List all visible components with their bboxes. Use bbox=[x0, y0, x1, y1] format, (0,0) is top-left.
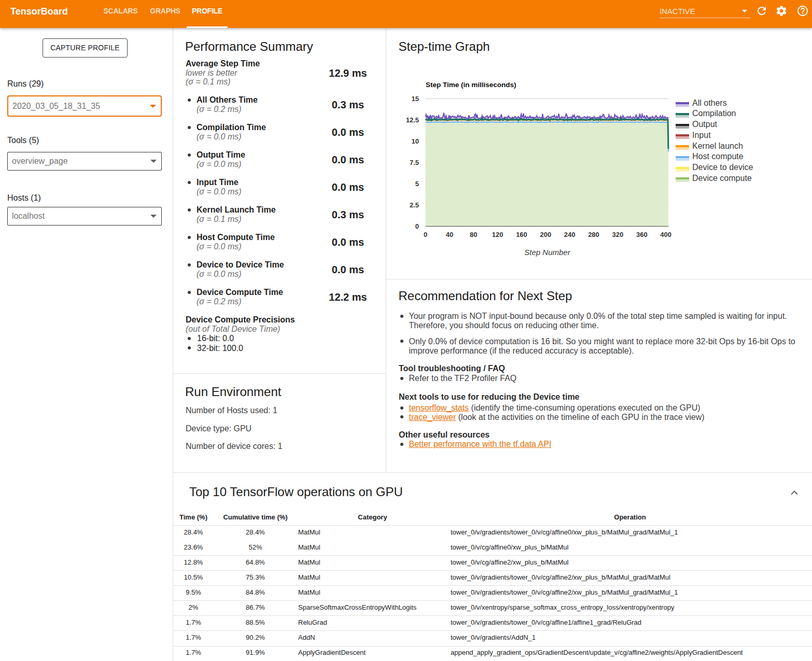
svg-text:200: 200 bbox=[540, 231, 552, 238]
svg-text:0: 0 bbox=[415, 222, 419, 230]
svg-text:2.5: 2.5 bbox=[410, 201, 419, 209]
svg-text:10: 10 bbox=[412, 137, 419, 145]
svg-text:360: 360 bbox=[636, 231, 648, 238]
svg-text:40: 40 bbox=[446, 231, 453, 238]
svg-text:0: 0 bbox=[424, 231, 427, 238]
svg-text:Step Number: Step Number bbox=[524, 248, 570, 257]
svg-text:320: 320 bbox=[612, 231, 624, 238]
svg-text:Step Time (in milliseconds): Step Time (in milliseconds) bbox=[426, 81, 516, 89]
svg-text:160: 160 bbox=[516, 231, 527, 238]
svg-text:7.5: 7.5 bbox=[410, 159, 419, 166]
svg-text:80: 80 bbox=[470, 231, 477, 238]
svg-text:280: 280 bbox=[588, 231, 599, 238]
svg-text:240: 240 bbox=[564, 231, 576, 238]
svg-text:120: 120 bbox=[492, 231, 503, 238]
svg-text:12.5: 12.5 bbox=[406, 116, 419, 124]
svg-text:400: 400 bbox=[660, 231, 671, 238]
svg-text:5: 5 bbox=[415, 180, 419, 188]
svg-text:15: 15 bbox=[412, 95, 419, 103]
